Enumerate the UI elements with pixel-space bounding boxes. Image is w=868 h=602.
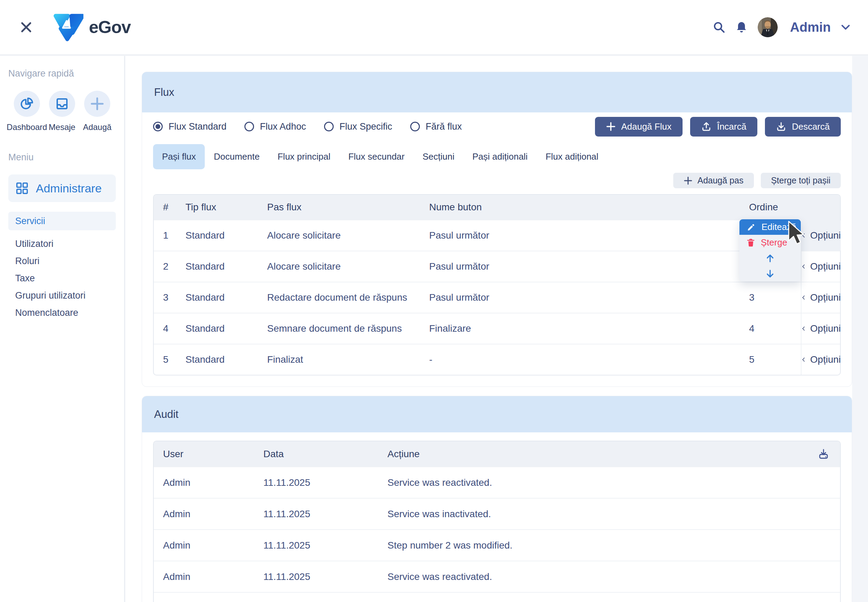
tab-flux-principal[interactable]: Flux principal [268,144,339,169]
brand-logo: eGov [52,12,130,42]
plus-icon [84,91,110,117]
audit-table-header: User Data Acțiune [154,441,840,467]
tab-documente[interactable]: Documente [205,144,268,169]
context-menu-move-down[interactable] [739,266,801,281]
row-context-menu: Editează Șterge [739,219,801,281]
sidebar-item-nomenclatoare[interactable]: Nomenclatoare [8,304,116,321]
quick-nav-title: Navigare rapidă [8,68,116,79]
sidebar-menu-list: Utilizatori Roluri Taxe Grupuri utilizat… [8,235,116,321]
chevron-down-icon[interactable] [841,24,850,30]
brand-name: eGov [89,17,130,37]
audit-row: Admin 11.11.2025 Step number 2 was modif… [154,529,840,561]
radio-selected-icon [153,122,163,131]
options-button[interactable]: Opțiuni [801,220,841,251]
avatar[interactable] [758,17,778,37]
context-menu-move-up[interactable] [739,250,801,266]
table-row: 5 Standard Finalizat - 5 Opțiuni [154,344,840,375]
table-row: 4 Standard Semnare document de răspuns F… [154,313,840,344]
quick-item-dashboard[interactable]: Dashboard [10,91,43,132]
audit-download-icon[interactable] [807,448,840,459]
pie-chart-icon [14,91,40,117]
radio-flux-adhoc[interactable]: Flux Adhoc [244,121,306,132]
context-menu-delete[interactable]: Șterge [739,235,801,250]
incarca-button[interactable]: Încarcă [690,117,758,137]
pencil-icon [747,223,755,231]
adauga-flux-button[interactable]: Adaugă Flux [595,117,682,137]
flux-steps-table: # Tip flux Pas flux Nume buton Ordine 1 … [153,194,841,375]
sidebar-item-utilizatori[interactable]: Utilizatori [8,235,116,252]
audit-panel-header: Audit [142,396,852,432]
col-tip-flux: Tip flux [186,202,267,213]
radio-flux-specific[interactable]: Flux Specific [324,121,392,132]
upload-icon [701,121,712,132]
col-nume-buton: Nume buton [429,202,732,213]
plus-icon [684,176,693,185]
quick-item-mesaje[interactable]: Mesaje [46,91,78,132]
radio-icon [324,122,334,131]
chevron-left-icon [802,355,806,364]
quick-item-label: Mesaje [49,123,75,132]
adauga-pas-button[interactable]: Adaugă pas [673,173,753,188]
search-icon[interactable] [713,21,725,34]
sidebar-item-administrare[interactable]: Administrare [8,175,116,202]
audit-table: User Data Acțiune Admin [153,441,841,602]
table-row: 3 Standard Redactare document de răspuns… [154,282,840,313]
sidebar-item-taxe[interactable]: Taxe [8,270,116,287]
radio-icon [410,122,420,131]
options-button[interactable]: Opțiuni [801,283,841,313]
tab-sectiuni[interactable]: Secțiuni [414,144,464,169]
menu-title: Meniu [8,152,116,163]
tab-flux-aditional[interactable]: Flux adițional [537,144,607,169]
descarca-button[interactable]: Descarcă [765,117,841,137]
col-pas-flux: Pas flux [267,202,429,213]
quick-item-adauga[interactable]: Adaugă [81,91,114,132]
sidebar: Navigare rapidă Dashboard [0,56,125,602]
context-menu-edit[interactable]: Editează [739,219,801,235]
quick-nav: Dashboard Mesaje Adaugă [8,91,116,132]
user-menu-label[interactable]: Admin [790,20,831,35]
inbox-icon [49,91,75,117]
col-options [801,195,841,220]
quick-item-label: Dashboard [6,123,47,132]
tab-pasi-aditionali[interactable]: Pași adiționali [463,144,537,169]
flux-panel: Flux Flux Standard Flux Adhoc [142,72,852,387]
quick-item-label: Adaugă [83,123,112,132]
flux-title: Flux [154,86,175,98]
tab-flux-secundar[interactable]: Flux secundar [339,144,413,169]
radio-fara-flux[interactable]: Fără flux [410,121,462,132]
audit-title: Audit [154,408,179,421]
egov-admin-page: eGov [0,0,868,602]
grid-icon [16,182,28,195]
flux-panel-header: Flux [142,72,852,112]
flux-tabs: Pași flux Documente Flux principal Flux … [153,144,841,169]
table-row: 2 Standard Alocare solicitare Pasul urmă… [154,251,840,282]
col-data: Data [263,448,388,459]
notifications-bell-icon[interactable] [736,21,747,34]
plus-icon [606,122,616,131]
col-num: # [154,202,186,213]
radio-label: Fără flux [426,121,462,132]
options-button[interactable]: Opțiuni [801,251,841,282]
options-button[interactable]: Opțiuni [801,344,841,375]
audit-row: Admin 11.11.2025 Service was reactivated… [154,467,840,498]
tab-pasi-flux[interactable]: Pași flux [153,144,205,169]
chevron-left-icon [802,293,806,302]
close-icon[interactable] [19,20,33,34]
options-button[interactable]: Opțiuni [801,313,841,344]
table-row: 1 Standard Alocare solicitare Pasul urmă… [154,220,840,251]
col-ordine: Ordine [732,202,801,213]
sidebar-item-servicii[interactable]: Servicii [8,212,116,230]
flux-type-radios: Flux Standard Flux Adhoc Flux Specific [153,121,462,132]
audit-row: Admin 11.11.2025 Service was reactivated… [154,561,840,592]
arrow-up-icon [765,253,774,263]
chevron-left-icon [802,262,806,271]
radio-icon [244,122,254,131]
radio-flux-standard[interactable]: Flux Standard [153,121,227,132]
egov-logo-icon [52,12,83,42]
sterge-toti-pasii-button[interactable]: Șterge toți pașii [761,173,841,188]
sidebar-item-grupuri[interactable]: Grupuri utilizatori [8,287,116,304]
col-actiune: Acțiune [388,448,807,459]
sidebar-item-roluri[interactable]: Roluri [8,252,116,270]
radio-label: Flux Specific [340,121,392,132]
topbar: eGov [0,0,868,55]
